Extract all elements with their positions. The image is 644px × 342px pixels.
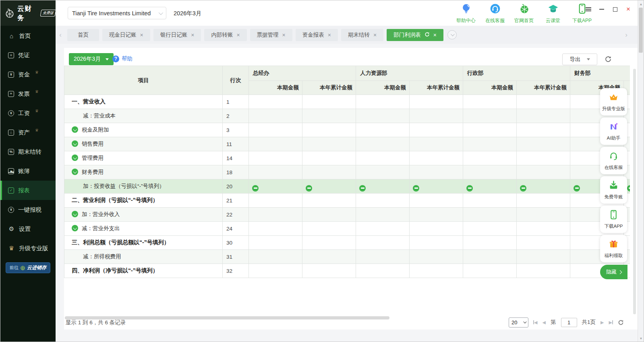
amount-cell[interactable] — [302, 236, 356, 250]
table-row[interactable]: 三、利润总额（亏损总额以“-”号填列）30 — [64, 236, 630, 250]
amount-cell[interactable] — [249, 109, 302, 123]
tab-资金报表[interactable]: 资金报表× — [296, 29, 338, 41]
minimize-button[interactable] — [597, 5, 606, 14]
collapse-minus-icon[interactable] — [413, 185, 419, 192]
period-select-button[interactable]: 2026年3月 — [69, 53, 114, 65]
sidebar-item-salary[interactable]: ¥工资♕ — [0, 103, 56, 123]
tab-close-icon[interactable]: × — [433, 32, 437, 38]
collapse-minus-icon[interactable] — [466, 185, 473, 192]
amount-cell[interactable] — [410, 109, 463, 123]
amount-cell[interactable] — [302, 250, 356, 264]
amount-cell[interactable] — [356, 123, 410, 137]
amount-cell[interactable] — [356, 250, 410, 264]
help-link[interactable]: 帮助 — [112, 55, 133, 62]
tab-内部转账[interactable]: 内部转账× — [204, 29, 246, 41]
amount-cell[interactable] — [517, 123, 570, 137]
tab-home[interactable]: 首页 — [67, 29, 99, 41]
amount-cell[interactable] — [410, 165, 463, 179]
expand-row-icon[interactable] — [72, 140, 78, 147]
refresh-icon[interactable] — [618, 319, 624, 326]
tab-close-icon[interactable]: × — [236, 32, 240, 38]
first-page-icon[interactable]: ◀ — [533, 320, 537, 325]
amount-cell[interactable] — [517, 109, 570, 123]
amount-cell[interactable] — [302, 194, 356, 208]
tab-close-icon[interactable]: × — [191, 32, 194, 38]
amount-cell[interactable] — [463, 179, 517, 194]
amount-cell[interactable] — [249, 123, 302, 137]
amount-cell[interactable] — [517, 95, 570, 109]
quicklink-bulb[interactable]: 帮助中心 — [454, 3, 478, 24]
amount-cell[interactable] — [517, 194, 570, 208]
amount-cell[interactable] — [356, 236, 410, 250]
amount-cell[interactable] — [302, 123, 356, 137]
amount-cell[interactable] — [302, 151, 356, 165]
tab-scroll-left-icon[interactable]: ‹ — [56, 31, 65, 39]
amount-cell[interactable] — [463, 264, 517, 278]
amount-cell[interactable] — [356, 151, 410, 165]
amount-cell[interactable] — [249, 151, 302, 165]
tab-refresh-icon[interactable] — [425, 32, 430, 38]
amount-cell[interactable] — [356, 109, 410, 123]
amount-cell[interactable] — [249, 194, 302, 208]
amount-cell[interactable] — [249, 137, 302, 151]
amount-cell[interactable] — [410, 123, 463, 137]
table-row[interactable]: 加：营业外收入22 — [64, 208, 630, 222]
tab-close-icon[interactable]: × — [282, 32, 286, 38]
amount-cell[interactable] — [463, 109, 517, 123]
tab-银行日记账[interactable]: 银行日记账× — [153, 29, 201, 41]
amount-cell[interactable] — [302, 165, 356, 179]
amount-cell[interactable] — [249, 264, 302, 278]
table-row[interactable]: 减：营业成本2 — [64, 109, 630, 123]
amount-cell[interactable] — [410, 222, 463, 236]
tab-票据管理[interactable]: 票据管理× — [250, 29, 292, 41]
amount-cell[interactable] — [517, 208, 570, 222]
amount-cell[interactable] — [463, 123, 517, 137]
amount-cell[interactable] — [517, 151, 570, 165]
expand-row-icon[interactable] — [72, 211, 78, 217]
quicklink-headset-blue[interactable]: 在线客服 — [483, 3, 507, 24]
maximize-button[interactable] — [611, 5, 619, 14]
app-menu-icon[interactable] — [584, 5, 593, 14]
refresh-icon[interactable] — [605, 56, 612, 63]
sidebar-item-voucher[interactable]: ≡凭证 — [0, 45, 56, 65]
table-row[interactable]: 财务费用18 — [64, 165, 630, 179]
amount-cell[interactable] — [517, 236, 570, 250]
sidebar-item-ledger[interactable]: ▂▆▄账簿 — [0, 161, 56, 181]
collapse-minus-icon[interactable] — [520, 185, 526, 192]
amount-cell[interactable] — [410, 95, 463, 109]
table-row[interactable]: 四、净利润（净亏损以“-”号填列）32 — [64, 264, 630, 278]
table-vertical-scrollbar[interactable] — [633, 69, 636, 314]
amount-cell[interactable] — [517, 222, 570, 236]
amount-cell[interactable] — [410, 179, 463, 194]
amount-cell[interactable] — [249, 165, 302, 179]
amount-cell[interactable] — [356, 137, 410, 151]
amount-cell[interactable] — [302, 222, 356, 236]
float-card-phone-green[interactable]: 下载APP — [600, 206, 627, 233]
scrollbar-thumb[interactable] — [639, 8, 643, 53]
amount-cell[interactable] — [249, 236, 302, 250]
tab-dropdown-button[interactable] — [447, 30, 457, 39]
table-row[interactable]: 减：营业外支出24 — [64, 222, 630, 236]
table-row[interactable]: 二、营业利润（亏损以“-”号填列）21 — [64, 194, 630, 208]
scroll-down-icon[interactable]: ▼ — [638, 337, 644, 340]
sidebar-item-report[interactable]: ✓报表 — [0, 181, 56, 200]
tab-close-icon[interactable]: × — [140, 32, 143, 38]
expand-row-icon[interactable] — [72, 155, 78, 161]
expand-row-icon[interactable] — [72, 225, 78, 231]
amount-cell[interactable] — [302, 109, 356, 123]
amount-cell[interactable] — [410, 194, 463, 208]
float-card-ai[interactable]: AI助手 — [600, 117, 627, 145]
amount-cell[interactable] — [302, 95, 356, 109]
amount-cell[interactable] — [410, 137, 463, 151]
close-button[interactable]: × — [624, 5, 633, 14]
table-row[interactable]: 销售费用11 — [64, 137, 630, 151]
amount-cell[interactable] — [463, 194, 517, 208]
amount-cell[interactable] — [463, 208, 517, 222]
expand-row-icon[interactable] — [72, 169, 78, 175]
sidebar-item-invoice[interactable]: =发票♕ — [0, 84, 56, 103]
sidebar-item-gear[interactable]: ⚙设置 — [0, 219, 56, 239]
tab-期末结转[interactable]: 期末结转× — [341, 29, 383, 41]
amount-cell[interactable] — [410, 250, 463, 264]
company-selector[interactable]: Tianji Tire Investments Limited — [68, 7, 166, 19]
amount-cell[interactable] — [249, 179, 302, 194]
